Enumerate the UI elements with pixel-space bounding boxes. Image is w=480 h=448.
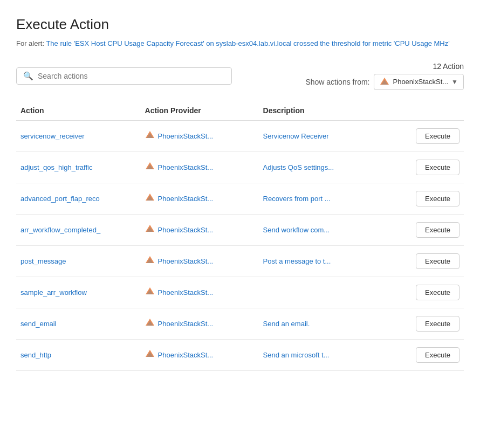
- provider-name: PhoenixStackSt...: [158, 257, 214, 265]
- provider-cell: PhoenixStackSt...: [141, 245, 259, 277]
- provider-icon: [145, 224, 155, 236]
- execute-cell: Execute: [402, 277, 464, 308]
- table-row: adjust_qos_high_traffic PhoenixStackSt..…: [16, 151, 464, 183]
- description-cell: [259, 277, 402, 308]
- execute-cell: Execute: [402, 214, 464, 245]
- alert-text: For alert: The rule 'ESX Host CPU Usage …: [16, 38, 464, 49]
- execute-button[interactable]: Execute: [416, 253, 460, 269]
- alert-message: The rule 'ESX Host CPU Usage Capacity Fo…: [46, 39, 449, 47]
- execute-cell: Execute: [402, 183, 464, 214]
- description-cell: Post a message to t...: [259, 245, 402, 277]
- description-cell: Send an email.: [259, 308, 402, 339]
- search-icon: 🔍: [23, 71, 33, 81]
- execute-cell: Execute: [402, 151, 464, 183]
- provider-cell: PhoenixStackSt...: [141, 183, 259, 214]
- table-header-row: Action Action Provider Description: [16, 101, 464, 121]
- provider-name: PhoenixStackSt...: [158, 195, 214, 203]
- provider-name: PhoenixStackSt...: [393, 78, 448, 86]
- col-header-description: Description: [259, 101, 402, 121]
- provider-name: PhoenixStackSt...: [158, 132, 214, 140]
- page-title: Execute Action: [16, 16, 464, 33]
- col-header-provider: Action Provider: [141, 101, 259, 121]
- action-name-cell: servicenow_receiver: [16, 120, 141, 151]
- col-header-action: Action: [16, 101, 141, 121]
- action-name[interactable]: send_email: [20, 320, 57, 328]
- dropdown-arrow-icon: ▼: [451, 78, 458, 86]
- alert-label: For alert:: [16, 39, 44, 47]
- action-name-cell: send_http: [16, 339, 141, 370]
- action-name[interactable]: adjust_qos_high_traffic: [20, 163, 92, 171]
- description-cell: Send workflow com...: [259, 214, 402, 245]
- provider-cell: PhoenixStackSt...: [141, 308, 259, 339]
- table-row: servicenow_receiver PhoenixStackSt...Ser…: [16, 120, 464, 151]
- provider-icon: [145, 287, 155, 298]
- provider-icon: [145, 349, 155, 361]
- provider-icon: [145, 256, 155, 267]
- action-name-cell: sample_arr_workflow: [16, 277, 141, 308]
- execute-button[interactable]: Execute: [416, 222, 460, 238]
- table-row: sample_arr_workflow PhoenixStackSt...Exe…: [16, 277, 464, 308]
- description-cell: Send an microsoft t...: [259, 339, 402, 370]
- provider-name: PhoenixStackSt...: [158, 351, 214, 359]
- actions-table: Action Action Provider Description servi…: [16, 101, 464, 371]
- provider-name: PhoenixStackSt...: [158, 163, 214, 171]
- action-name[interactable]: arr_workflow_completed_: [20, 226, 100, 234]
- execute-button[interactable]: Execute: [416, 191, 460, 206]
- description-cell: Servicenow Receiver: [259, 120, 402, 151]
- execute-button[interactable]: Execute: [416, 285, 460, 300]
- provider-cell: PhoenixStackSt...: [141, 214, 259, 245]
- right-toolbar: 12 Action Show actions from: PhoenixStac…: [305, 62, 464, 90]
- action-name[interactable]: sample_arr_workflow: [20, 288, 87, 297]
- description-cell: Recovers from port ...: [259, 183, 402, 214]
- provider-cell: PhoenixStackSt...: [141, 339, 259, 370]
- execute-button[interactable]: Execute: [416, 128, 460, 144]
- table-row: arr_workflow_completed_ PhoenixStackSt..…: [16, 214, 464, 245]
- table-row: post_message PhoenixStackSt...Post a mes…: [16, 245, 464, 277]
- action-name[interactable]: send_http: [20, 351, 51, 359]
- action-name[interactable]: advanced_port_flap_reco: [20, 195, 100, 203]
- provider-icon: [145, 130, 155, 142]
- execute-button[interactable]: Execute: [416, 160, 460, 175]
- provider-icon: [145, 162, 155, 173]
- provider-dropdown[interactable]: PhoenixStackSt... ▼: [374, 74, 464, 90]
- provider-name: PhoenixStackSt...: [158, 320, 214, 328]
- search-input[interactable]: [38, 72, 225, 80]
- show-actions-label: Show actions from:: [305, 78, 369, 86]
- provider-icon: [145, 318, 155, 329]
- provider-cell: PhoenixStackSt...: [141, 277, 259, 308]
- col-header-execute: [402, 101, 464, 121]
- provider-icon: [380, 77, 389, 87]
- execute-button[interactable]: Execute: [416, 347, 460, 363]
- show-actions-row: Show actions from: PhoenixStackSt... ▼: [305, 74, 464, 90]
- provider-cell: PhoenixStackSt...: [141, 151, 259, 183]
- search-box[interactable]: 🔍: [16, 67, 232, 85]
- table-row: send_http PhoenixStackSt...Send an micro…: [16, 339, 464, 370]
- action-name-cell: post_message: [16, 245, 141, 277]
- description-cell: Adjusts QoS settings...: [259, 151, 402, 183]
- execute-cell: Execute: [402, 308, 464, 339]
- action-name-cell: send_email: [16, 308, 141, 339]
- action-name-cell: arr_workflow_completed_: [16, 214, 141, 245]
- table-row: send_email PhoenixStackSt...Send an emai…: [16, 308, 464, 339]
- execute-button[interactable]: Execute: [416, 316, 460, 332]
- toolbar: 🔍 12 Action Show actions from: PhoenixSt…: [16, 62, 464, 90]
- action-name[interactable]: servicenow_receiver: [20, 132, 85, 140]
- action-name-cell: adjust_qos_high_traffic: [16, 151, 141, 183]
- table-row: advanced_port_flap_reco PhoenixStackSt..…: [16, 183, 464, 214]
- provider-name: PhoenixStackSt...: [158, 226, 214, 234]
- execute-cell: Execute: [402, 339, 464, 370]
- provider-name: PhoenixStackSt...: [158, 288, 214, 297]
- provider-icon: [145, 193, 155, 204]
- action-name-cell: advanced_port_flap_reco: [16, 183, 141, 214]
- execute-cell: Execute: [402, 245, 464, 277]
- provider-cell: PhoenixStackSt...: [141, 120, 259, 151]
- execute-cell: Execute: [402, 120, 464, 151]
- action-count: 12 Action: [433, 62, 464, 71]
- action-name[interactable]: post_message: [20, 257, 66, 265]
